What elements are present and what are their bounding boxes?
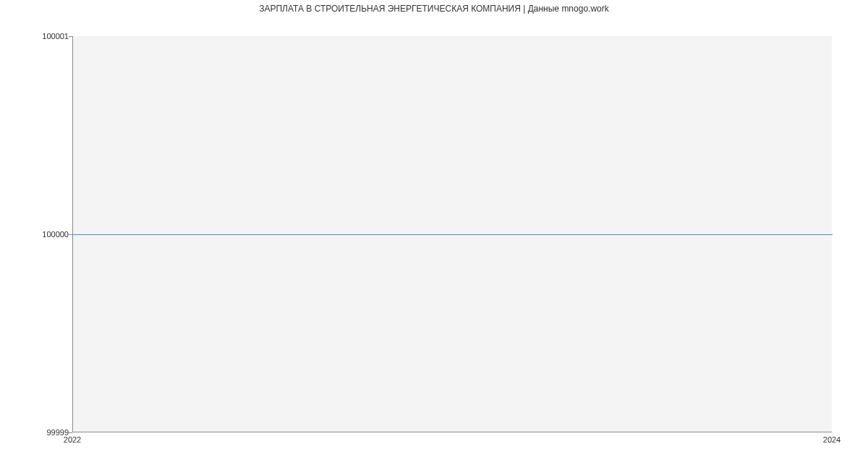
x-tick-label: 2022: [64, 435, 81, 444]
chart-title: ЗАРПЛАТА В СТРОИТЕЛЬНАЯ ЭНЕРГЕТИЧЕСКАЯ К…: [0, 4, 868, 14]
x-tick-label: 2024: [823, 435, 841, 444]
y-tick-label: 100001: [36, 32, 69, 40]
y-tick-label: 100000: [36, 230, 69, 239]
y-tick-mark: [69, 36, 72, 37]
plot-area: [72, 36, 832, 432]
y-tick-mark: [69, 432, 72, 433]
chart-container: ЗАРПЛАТА В СТРОИТЕЛЬНАЯ ЭНЕРГЕТИЧЕСКАЯ К…: [0, 0, 868, 470]
y-tick-mark: [69, 234, 72, 235]
data-line: [73, 234, 833, 235]
